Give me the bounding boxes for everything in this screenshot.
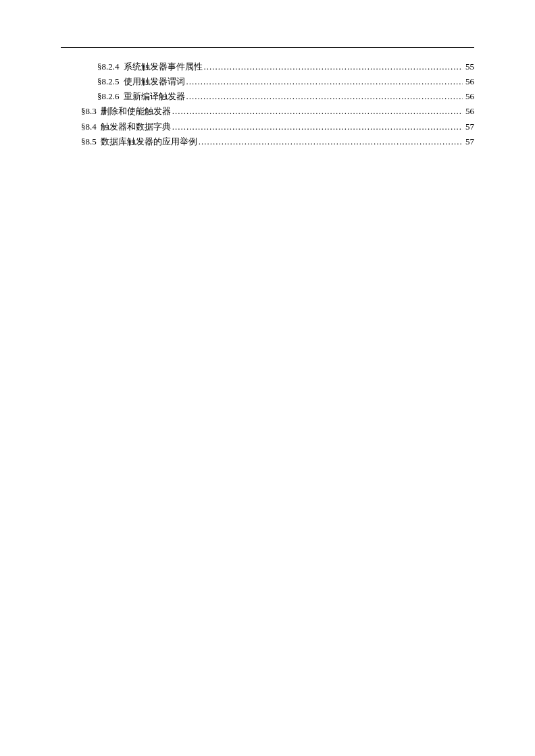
toc-section-title: 系统触发器事件属性 [124,60,203,74]
toc-entry: §8.5 数据库触发器的应用举例 57 [61,135,474,148]
toc-leader [186,75,463,88]
toc-page-number: 57 [465,120,474,134]
toc-entry: §8.3 删除和使能触发器 56 [61,105,474,118]
toc-entry: §8.2.5 使用触发器谓词 56 [61,75,474,88]
toc-section-title: 触发器和数据字典 [101,120,171,134]
toc-section-number: §8.3 [81,105,97,118]
toc-section-number: §8.4 [81,120,97,134]
toc-section-title: 使用触发器谓词 [124,75,185,88]
table-of-contents: §8.2.4 系统触发器事件属性 55 §8.2.5 使用触发器谓词 56 §8… [61,60,474,148]
toc-entry: §8.2.6 重新编译触发器 56 [61,90,474,103]
toc-section-number: §8.2.4 [97,60,120,74]
toc-page-number: 55 [465,60,474,74]
document-page: §8.2.4 系统触发器事件属性 55 §8.2.5 使用触发器谓词 56 §8… [0,0,535,148]
toc-leader [172,120,463,134]
top-rule [61,47,474,48]
toc-page-number: 56 [465,75,474,88]
toc-leader [204,60,463,74]
toc-leader [199,135,463,148]
toc-page-number: 56 [465,105,474,118]
toc-leader [186,90,463,103]
toc-section-title: 数据库触发器的应用举例 [101,135,197,148]
toc-section-number: §8.5 [81,135,97,148]
toc-leader [172,105,463,118]
toc-page-number: 56 [465,90,474,103]
toc-section-title: 删除和使能触发器 [101,105,171,118]
toc-page-number: 57 [465,135,474,148]
toc-section-number: §8.2.6 [97,90,120,103]
toc-section-title: 重新编译触发器 [124,90,185,103]
toc-entry: §8.2.4 系统触发器事件属性 55 [61,60,474,74]
toc-section-number: §8.2.5 [97,75,120,88]
toc-entry: §8.4 触发器和数据字典 57 [61,120,474,134]
